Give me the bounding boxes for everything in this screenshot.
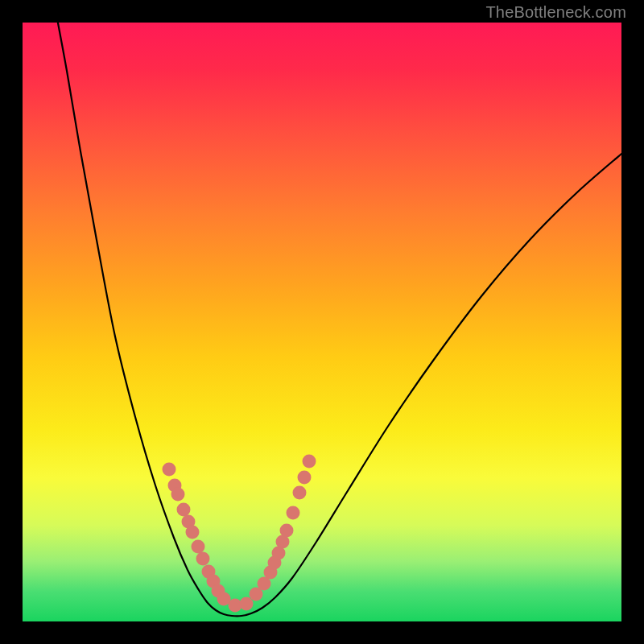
chart-marker xyxy=(240,597,254,611)
chart-plot-area xyxy=(23,23,621,621)
chart-marker xyxy=(192,540,205,554)
chart-marker xyxy=(298,471,312,485)
chart-marker xyxy=(171,488,185,502)
chart-marker xyxy=(177,503,191,517)
chart-marker xyxy=(196,552,210,566)
chart-marker xyxy=(163,463,176,477)
chart-marker xyxy=(280,524,294,538)
chart-marker xyxy=(287,506,300,520)
chart-markers xyxy=(163,455,316,613)
chart-curve xyxy=(56,14,630,616)
watermark-text: TheBottleneck.com xyxy=(485,3,626,22)
chart-marker xyxy=(303,455,316,469)
chart-svg xyxy=(23,23,621,621)
chart-marker xyxy=(186,526,200,539)
chart-marker xyxy=(293,486,307,500)
